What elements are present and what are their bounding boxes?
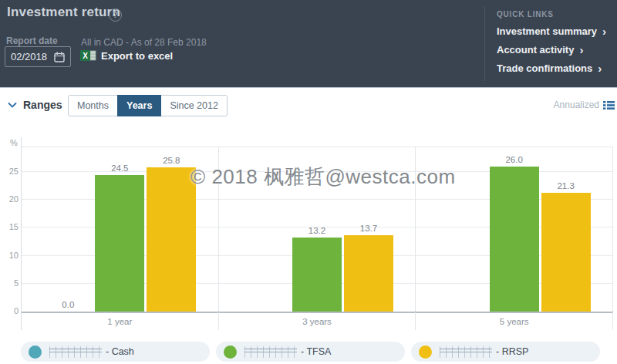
quick-link-label: Investment summary [497,25,597,37]
range-button-months[interactable]: Months [68,95,118,116]
quick-link-account-activity[interactable]: Account activity› [497,44,617,56]
legend-color-dot [224,345,237,359]
excel-icon: X [80,49,96,62]
bar-tfsa[interactable] [95,175,144,312]
bars-container: 26.021.3 [438,147,591,312]
ranges-label: Ranges [23,99,62,111]
range-button-group: MonthsYearsSince 2012 [68,95,228,116]
chevron-right-icon: › [579,46,583,55]
bar-tfsa[interactable] [292,238,342,312]
x-axis-labels: 1 year3 years5 years [22,312,613,330]
export-to-excel-button[interactable]: X Export to excel [80,49,173,62]
watermark: © 2018 枫雅哲@westca.com [190,163,456,190]
annualized-control[interactable]: Annualized [554,99,615,110]
report-date-value: 02/2018 [11,51,47,62]
export-label: Export to excel [101,50,173,62]
bar-value-label: 0.0 [43,300,93,309]
legend-label: - RRSP [496,346,528,357]
bar-slot-tfsa: 24.5 [95,147,144,312]
y-tick-label: 15 [5,222,19,231]
header: Investment return ? Report date 02/2018 … [0,0,617,88]
ranges-section-toggle[interactable]: Ranges [8,99,62,111]
quick-link-investment-summary[interactable]: Investment summary› [497,25,617,37]
quick-links: QUICK LINKS Investment summary›Account a… [484,6,617,81]
x-tick-label-5-years: 5 years [416,312,613,330]
bar-slot-tfsa: 26.0 [490,147,539,312]
page-title: Investment return [7,5,120,20]
quick-link-label: Trade confirmations [497,62,592,74]
svg-text:X: X [83,52,88,60]
y-tick-label: 5 [5,278,19,288]
y-tick-label: 20 [5,194,19,204]
x-tick-label-1-year: 1 year [22,312,219,330]
bar-value-label: 21.3 [541,181,591,190]
bar-value-label: 13.2 [292,226,342,235]
legend-item-tfsa[interactable]: - TFSA [216,342,405,362]
chevron-right-icon: › [598,64,602,73]
redacted-account-number [244,346,297,358]
y-axis-unit-label: % [10,138,18,147]
x-tick-label-3-years: 3 years [219,312,416,330]
calendar-icon [54,52,65,62]
quick-link-label: Account activity [497,44,574,56]
bars-container: 0.024.525.8 [43,147,196,312]
as-of-text: All in CAD - As of 28 Feb 2018 [81,37,207,48]
legend-item-rrsp[interactable]: - RRSP [411,342,600,362]
y-tick-label: 0 [5,306,19,315]
legend-color-dot [29,345,42,359]
bar-rrsp[interactable] [344,235,393,312]
report-date-label: Report date [6,35,58,46]
investment-return-page: Investment return ? Report date 02/2018 … [0,0,617,364]
quick-link-trade-confirmations[interactable]: Trade confirmations› [497,62,617,74]
bar-value-label: 24.5 [95,163,144,173]
annualized-label: Annualized [554,99,599,110]
bar-slot-rrsp: 21.3 [541,147,591,312]
redacted-account-number [440,346,492,358]
bar-value-label: 25.8 [147,156,196,165]
bar-value-label: 13.7 [344,224,393,233]
legend-label: - Cash [106,346,134,357]
bar-value-label: 26.0 [490,155,539,164]
bar-rrsp[interactable] [541,193,591,312]
help-icon[interactable]: ? [109,8,122,22]
report-date-input[interactable]: 02/2018 [5,46,71,67]
bar-slot-cash: 0.0 [43,147,93,312]
y-tick-label: 25 [5,167,19,176]
legend-item-cash[interactable]: - Cash [21,342,210,362]
bar-slot-rrsp: 25.8 [147,147,196,312]
range-button-since-2012[interactable]: Since 2012 [160,95,228,116]
bar-tfsa[interactable] [490,167,539,312]
chart-group-1-year: 0.024.525.8 [22,147,219,312]
bar-rrsp[interactable] [147,167,196,312]
legend-label: - TFSA [301,346,331,357]
legend-color-dot [419,345,432,359]
redacted-account-number [49,346,102,358]
chevron-right-icon: › [602,27,606,36]
chart-legend: - Cash- TFSA- RRSP [21,342,600,362]
quick-links-title: QUICK LINKS [497,10,617,19]
list-legend-icon [603,100,615,110]
y-tick-label: 10 [5,251,19,260]
range-button-years[interactable]: Years [117,95,161,116]
chevron-down-icon [8,102,17,108]
